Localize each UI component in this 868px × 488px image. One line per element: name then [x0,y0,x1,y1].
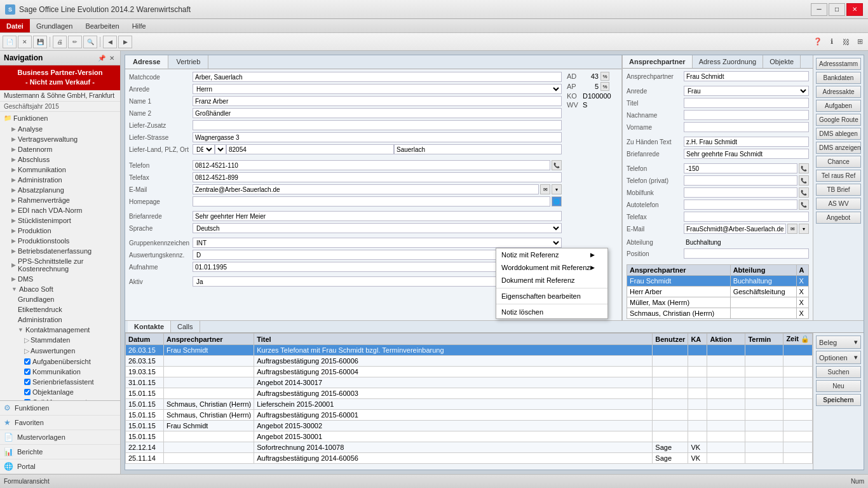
ap-icon[interactable]: % [600,82,609,91]
tb-info-icon[interactable]: ℹ [826,36,837,48]
btn-suchen[interactable]: Suchen [816,366,861,378]
nav-bottom-favoriten[interactable]: ★ Favoriten [0,416,120,430]
nav-abaco-etiketten[interactable]: Etikettendruck [1,304,119,315]
tab-kontakte[interactable]: Kontakte [128,321,171,332]
nav-dms[interactable]: ▶DMS [1,274,119,284]
nav-kontaktmanagement[interactable]: ▼Kontaktmanagement [1,325,119,335]
table-row-7[interactable]: 15.01.15 Schmaus, Christian (Herrn) Auft… [126,410,813,421]
nav-auswertungen[interactable]: ▷Auswertungen [1,346,119,356]
nav-stammdaten[interactable]: ▷Stammdaten [1,335,119,346]
nav-section-funktionen[interactable]: 📁 Funktionen [1,113,119,123]
land-select[interactable]: DE [193,144,215,154]
tab-adress-zuordnung[interactable]: Adress Zuordnung [693,55,764,68]
menu-hilfe[interactable]: Hilfe [126,19,153,32]
nav-pps[interactable]: ▶PPS-Schnittstelle zur Kostenrechnung [1,256,119,274]
table-row-4[interactable]: 31.01.15 Angebot 2014-30017 [126,377,813,388]
tab-vertrieb[interactable]: Vertrieb [168,55,208,69]
contact-autotel-btn[interactable]: 📞 [799,200,809,210]
btn-tb-brief[interactable]: TB Brief [816,184,861,196]
nav-produktionstools[interactable]: ▶Produktionstools [1,236,119,246]
btn-speichern[interactable]: Speichern [816,394,861,406]
contact-row-3[interactable]: Müller, Max (Herrn) X [627,297,809,308]
contact-telefax-input[interactable] [684,212,809,222]
nav-bottom-berichte[interactable]: 📊 Berichte [0,445,120,459]
table-row-8[interactable]: 15.01.15 Frau Schmidt Angebot 2015-30002 [126,421,813,431]
contact-row-4[interactable]: Schmaus, Christian (Herrn) X [627,308,809,319]
contact-telefon-btn[interactable]: 📞 [799,163,809,173]
nav-produktion[interactable]: ▶Produktion [1,226,119,236]
ad-icon[interactable]: % [600,72,609,81]
nav-kommunikation2[interactable]: Kommunikation [1,367,119,377]
btn-adressakte[interactable]: Adressakte [816,86,861,98]
tab-objekte[interactable]: Objekte [763,55,801,68]
sprache-select[interactable]: Deutsch [193,223,562,233]
minimize-button[interactable]: ─ [811,3,827,16]
table-row-6[interactable]: 15.01.15 Schmaus, Christian (Herrn) Lief… [126,399,813,410]
btn-as-wv[interactable]: AS WV [816,198,861,210]
telefon-dial-btn[interactable]: 📞 [552,160,562,170]
btn-beleg[interactable]: Beleg▾ [816,336,861,349]
btn-chance[interactable]: Chance [816,156,861,168]
maximize-button[interactable]: □ [829,3,845,16]
tb-save[interactable]: 💾 [33,36,47,48]
tb-grid-icon[interactable]: ⊞ [854,36,865,48]
table-row-11[interactable]: 25.11.14 Auftragsbestätigung 2014-60056 … [126,453,813,464]
table-row-9[interactable]: 15.01.15 Angebot 2015-30001 [126,431,813,442]
nav-bottom-portal[interactable]: 🌐 Portal [0,459,120,474]
contact-telefon-input[interactable] [684,163,797,173]
tb-find[interactable]: 🔍 [83,36,97,48]
btn-google-route[interactable]: Google Route [816,114,861,126]
nav-pin-btn[interactable]: 📌 [97,53,106,62]
liefer-strasse-input[interactable] [193,132,562,142]
name1-input[interactable] [193,96,562,106]
tab-adresse[interactable]: Adresse [125,55,168,69]
plz-input[interactable] [226,144,394,154]
homepage-input[interactable] [193,196,550,207]
contact-email-input[interactable] [684,224,786,234]
nav-close-btn[interactable]: ✕ [107,53,116,62]
btn-adressstamm[interactable]: Adressstamm [816,58,861,70]
nav-abaco-admin[interactable]: Administration [1,315,119,325]
nav-administration[interactable]: ▶Administration [1,175,119,185]
land-code-select[interactable]: ▾ [215,144,226,154]
btn-tel-raus-ref[interactable]: Tel raus Ref [816,170,861,182]
nav-abaco[interactable]: ▼Abaco Soft [1,284,119,294]
contact-autotel-input[interactable] [684,200,797,210]
table-row-1[interactable]: 26.03.15 Frau Schmidt Kurzes Telefonat m… [126,345,813,356]
btn-dms-anzeigen[interactable]: DMS anzeigen [816,142,861,154]
nav-vertragsverwaltung[interactable]: ▶Vertragsverwaltung [1,134,119,144]
nav-aufgabenübersicht[interactable]: Aufgabenübersicht [1,356,119,367]
nav-abschluss[interactable]: ▶Abschluss [1,154,119,165]
contact-briefanrede-input[interactable] [684,149,809,159]
contact-email-btn1[interactable]: ✉ [787,224,797,234]
tab-calls[interactable]: Calls [171,321,200,332]
menu-bearbeiten[interactable]: Bearbeiten [79,19,125,32]
btn-dms-ablegen[interactable]: DMS ablegen [816,128,861,140]
telefax-input[interactable] [193,172,562,182]
ctx-notiz-loeschen[interactable]: Notiz löschen [496,306,607,318]
nav-bottom-funktionen[interactable]: ⚙ Funktionen [0,401,120,416]
contact-email-btn2[interactable]: ▾ [799,224,809,234]
table-row-3[interactable]: 19.03.15 Auftragsbestätigung 2015-60004 [126,367,813,377]
contact-ap-input[interactable] [684,71,809,81]
tb-help-icon[interactable]: ❓ [812,36,824,48]
contact-vorname-input[interactable] [684,122,809,132]
nav-rahmenvertraege[interactable]: ▶Rahmenverträge [1,195,119,205]
nav-kommunikation[interactable]: ▶Kommunikation [1,165,119,175]
matchcode-input[interactable] [193,72,562,82]
tb-forward[interactable]: ▶ [118,36,132,48]
btn-angebot[interactable]: Angebot [816,212,861,224]
contact-tel-privat-btn[interactable]: 📞 [799,175,809,186]
ctx-dok-ref[interactable]: Dokument mit Referenz [496,274,607,287]
tb-new[interactable]: 📄 [3,36,17,48]
anrede-select[interactable]: Herrn [193,84,562,94]
gruppen-select[interactable]: INT [193,238,562,248]
ctx-notiz-ref[interactable]: Notiz mit Referenz ▶ [496,248,607,261]
contact-row-1[interactable]: Frau Schmidt Buchhaltung X [627,276,809,287]
nav-bottom-vorlagen[interactable]: 📄 Mustervorlagen [0,430,120,445]
nav-serienbrief[interactable]: Serienbriefassistent [1,377,119,387]
nav-betriebsdaten[interactable]: ▶Betriebsdatenerfassung [1,246,119,256]
homepage-btn[interactable]: 🌐 [552,196,562,207]
tb-close[interactable]: ✕ [18,36,32,48]
email-btn1[interactable]: ✉ [540,184,550,194]
